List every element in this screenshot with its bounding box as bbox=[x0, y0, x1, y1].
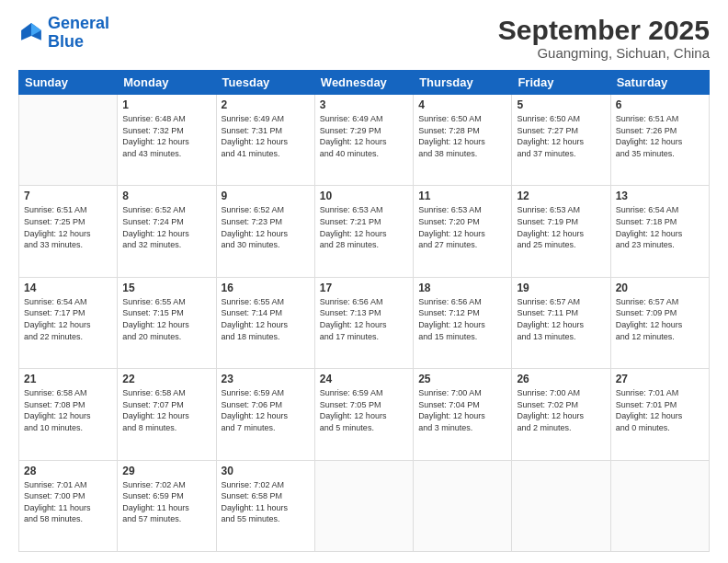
calendar-week-row: 7Sunrise: 6:51 AM Sunset: 7:25 PM Daylig… bbox=[19, 186, 710, 277]
calendar-cell bbox=[512, 460, 610, 551]
day-number: 26 bbox=[517, 373, 605, 385]
calendar-cell: 25Sunrise: 7:00 AM Sunset: 7:04 PM Dayli… bbox=[414, 369, 512, 460]
month-title: September 2025 bbox=[498, 15, 710, 45]
calendar-cell bbox=[414, 460, 512, 551]
day-number: 30 bbox=[222, 465, 310, 477]
day-info: Sunrise: 6:52 AM Sunset: 7:24 PM Dayligh… bbox=[122, 204, 210, 250]
calendar-week-row: 14Sunrise: 6:54 AM Sunset: 7:17 PM Dayli… bbox=[19, 277, 710, 368]
calendar-cell: 26Sunrise: 7:00 AM Sunset: 7:02 PM Dayli… bbox=[512, 369, 610, 460]
day-info: Sunrise: 6:51 AM Sunset: 7:26 PM Dayligh… bbox=[616, 113, 704, 159]
day-number: 14 bbox=[24, 282, 112, 294]
calendar-cell: 8Sunrise: 6:52 AM Sunset: 7:24 PM Daylig… bbox=[118, 186, 216, 277]
calendar-cell: 13Sunrise: 6:54 AM Sunset: 7:18 PM Dayli… bbox=[610, 186, 709, 277]
calendar-cell: 20Sunrise: 6:57 AM Sunset: 7:09 PM Dayli… bbox=[610, 277, 709, 368]
calendar-cell bbox=[19, 95, 118, 186]
calendar-cell: 5Sunrise: 6:50 AM Sunset: 7:27 PM Daylig… bbox=[512, 95, 610, 186]
calendar-cell: 22Sunrise: 6:58 AM Sunset: 7:07 PM Dayli… bbox=[118, 369, 216, 460]
day-number: 13 bbox=[616, 190, 704, 202]
day-info: Sunrise: 6:51 AM Sunset: 7:25 PM Dayligh… bbox=[24, 204, 112, 250]
page: General Blue September 2025 Guangming, S… bbox=[0, 0, 728, 563]
day-number: 8 bbox=[122, 190, 210, 202]
day-number: 24 bbox=[320, 373, 408, 385]
calendar-body: 1Sunrise: 6:48 AM Sunset: 7:32 PM Daylig… bbox=[19, 95, 710, 552]
day-info: Sunrise: 6:58 AM Sunset: 7:07 PM Dayligh… bbox=[122, 387, 210, 433]
calendar-cell: 12Sunrise: 6:53 AM Sunset: 7:19 PM Dayli… bbox=[512, 186, 610, 277]
day-info: Sunrise: 6:55 AM Sunset: 7:14 PM Dayligh… bbox=[222, 296, 310, 342]
logo-line2: Blue bbox=[48, 32, 84, 51]
day-number: 28 bbox=[24, 465, 112, 477]
day-number: 25 bbox=[418, 373, 506, 385]
day-number: 22 bbox=[122, 373, 210, 385]
day-number: 20 bbox=[616, 282, 704, 294]
day-info: Sunrise: 6:53 AM Sunset: 7:19 PM Dayligh… bbox=[517, 204, 605, 250]
day-number: 17 bbox=[320, 282, 408, 294]
weekday-header: Saturday bbox=[610, 71, 709, 95]
calendar-cell: 6Sunrise: 6:51 AM Sunset: 7:26 PM Daylig… bbox=[610, 95, 709, 186]
day-info: Sunrise: 6:49 AM Sunset: 7:31 PM Dayligh… bbox=[222, 113, 310, 159]
day-info: Sunrise: 6:57 AM Sunset: 7:09 PM Dayligh… bbox=[616, 296, 704, 342]
calendar-cell: 11Sunrise: 6:53 AM Sunset: 7:20 PM Dayli… bbox=[414, 186, 512, 277]
calendar-cell: 4Sunrise: 6:50 AM Sunset: 7:28 PM Daylig… bbox=[414, 95, 512, 186]
day-info: Sunrise: 6:52 AM Sunset: 7:23 PM Dayligh… bbox=[222, 204, 310, 250]
calendar-week-row: 1Sunrise: 6:48 AM Sunset: 7:32 PM Daylig… bbox=[19, 95, 710, 186]
title-block: September 2025 Guangming, Sichuan, China bbox=[498, 15, 710, 61]
calendar-cell: 3Sunrise: 6:49 AM Sunset: 7:29 PM Daylig… bbox=[314, 95, 413, 186]
day-number: 11 bbox=[418, 190, 506, 202]
calendar-cell: 1Sunrise: 6:48 AM Sunset: 7:32 PM Daylig… bbox=[118, 95, 216, 186]
day-info: Sunrise: 6:48 AM Sunset: 7:32 PM Dayligh… bbox=[122, 113, 210, 159]
day-info: Sunrise: 6:58 AM Sunset: 7:08 PM Dayligh… bbox=[24, 387, 112, 433]
calendar-cell: 23Sunrise: 6:59 AM Sunset: 7:06 PM Dayli… bbox=[216, 369, 314, 460]
calendar-cell: 17Sunrise: 6:56 AM Sunset: 7:13 PM Dayli… bbox=[314, 277, 413, 368]
day-number: 5 bbox=[517, 98, 605, 111]
weekday-header: Wednesday bbox=[314, 71, 413, 95]
day-info: Sunrise: 6:53 AM Sunset: 7:21 PM Dayligh… bbox=[320, 204, 408, 250]
location: Guangming, Sichuan, China bbox=[498, 45, 710, 61]
day-number: 27 bbox=[616, 373, 704, 385]
calendar-cell: 29Sunrise: 7:02 AM Sunset: 6:59 PM Dayli… bbox=[118, 460, 216, 551]
calendar-cell: 15Sunrise: 6:55 AM Sunset: 7:15 PM Dayli… bbox=[118, 277, 216, 368]
calendar-cell: 30Sunrise: 7:02 AM Sunset: 6:58 PM Dayli… bbox=[216, 460, 314, 551]
calendar-cell: 7Sunrise: 6:51 AM Sunset: 7:25 PM Daylig… bbox=[19, 186, 118, 277]
day-info: Sunrise: 6:59 AM Sunset: 7:06 PM Dayligh… bbox=[222, 387, 310, 433]
day-number: 10 bbox=[320, 190, 408, 202]
day-number: 12 bbox=[517, 190, 605, 202]
day-info: Sunrise: 6:49 AM Sunset: 7:29 PM Dayligh… bbox=[320, 113, 408, 159]
weekday-header: Monday bbox=[118, 71, 216, 95]
weekday-header: Friday bbox=[512, 71, 610, 95]
calendar-cell bbox=[314, 460, 413, 551]
day-info: Sunrise: 6:59 AM Sunset: 7:05 PM Dayligh… bbox=[320, 387, 408, 433]
day-number: 15 bbox=[122, 282, 210, 294]
day-info: Sunrise: 6:57 AM Sunset: 7:11 PM Dayligh… bbox=[517, 296, 605, 342]
day-info: Sunrise: 6:56 AM Sunset: 7:12 PM Dayligh… bbox=[418, 296, 506, 342]
day-info: Sunrise: 7:00 AM Sunset: 7:04 PM Dayligh… bbox=[418, 387, 506, 433]
calendar-cell: 9Sunrise: 6:52 AM Sunset: 7:23 PM Daylig… bbox=[216, 186, 314, 277]
weekday-header: Tuesday bbox=[216, 71, 314, 95]
day-number: 29 bbox=[122, 465, 210, 477]
day-info: Sunrise: 7:01 AM Sunset: 7:00 PM Dayligh… bbox=[24, 479, 112, 525]
day-number: 4 bbox=[418, 98, 506, 111]
calendar-cell: 24Sunrise: 6:59 AM Sunset: 7:05 PM Dayli… bbox=[314, 369, 413, 460]
calendar-week-row: 28Sunrise: 7:01 AM Sunset: 7:00 PM Dayli… bbox=[19, 460, 710, 551]
calendar-cell: 27Sunrise: 7:01 AM Sunset: 7:01 PM Dayli… bbox=[610, 369, 709, 460]
calendar-cell: 18Sunrise: 6:56 AM Sunset: 7:12 PM Dayli… bbox=[414, 277, 512, 368]
calendar-cell: 16Sunrise: 6:55 AM Sunset: 7:14 PM Dayli… bbox=[216, 277, 314, 368]
weekday-header: Thursday bbox=[414, 71, 512, 95]
calendar-cell: 28Sunrise: 7:01 AM Sunset: 7:00 PM Dayli… bbox=[19, 460, 118, 551]
day-number: 9 bbox=[222, 190, 310, 202]
calendar-week-row: 21Sunrise: 6:58 AM Sunset: 7:08 PM Dayli… bbox=[19, 369, 710, 460]
day-number: 16 bbox=[222, 282, 310, 294]
day-info: Sunrise: 6:54 AM Sunset: 7:18 PM Dayligh… bbox=[616, 204, 704, 250]
day-info: Sunrise: 7:01 AM Sunset: 7:01 PM Dayligh… bbox=[616, 387, 704, 433]
day-info: Sunrise: 6:50 AM Sunset: 7:27 PM Dayligh… bbox=[517, 113, 605, 159]
calendar-cell: 19Sunrise: 6:57 AM Sunset: 7:11 PM Dayli… bbox=[512, 277, 610, 368]
day-info: Sunrise: 6:56 AM Sunset: 7:13 PM Dayligh… bbox=[320, 296, 408, 342]
day-number: 23 bbox=[222, 373, 310, 385]
logo-line1: General bbox=[48, 14, 109, 32]
day-info: Sunrise: 7:02 AM Sunset: 6:59 PM Dayligh… bbox=[122, 479, 210, 525]
calendar-table: SundayMondayTuesdayWednesdayThursdayFrid… bbox=[18, 70, 710, 552]
day-number: 18 bbox=[418, 282, 506, 294]
logo: General Blue bbox=[18, 15, 109, 52]
day-info: Sunrise: 6:54 AM Sunset: 7:17 PM Dayligh… bbox=[24, 296, 112, 342]
weekday-header: Sunday bbox=[19, 71, 118, 95]
day-info: Sunrise: 6:53 AM Sunset: 7:20 PM Dayligh… bbox=[418, 204, 506, 250]
